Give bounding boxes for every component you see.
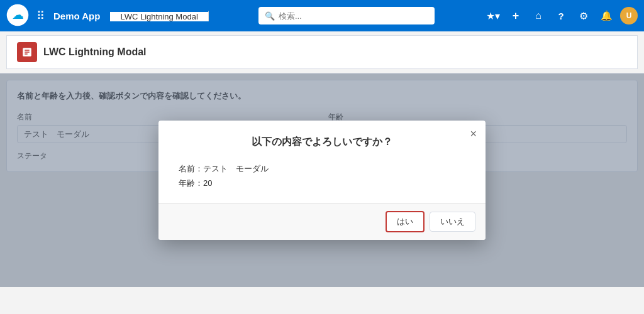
svg-rect-3 <box>25 50 30 51</box>
avatar[interactable]: U <box>620 7 638 24</box>
modal-close-button[interactable]: × <box>470 128 477 139</box>
app-name: Demo App <box>53 11 100 21</box>
svg-text:☁: ☁ <box>12 8 24 21</box>
gear-icon[interactable]: ⚙ <box>575 7 592 24</box>
modal-title: 以下の内容でよろしいですか？ <box>252 136 392 147</box>
search-area: 🔍 <box>216 7 477 24</box>
modal-header: 以下の内容でよろしいですか？ <box>158 121 486 156</box>
confirm-modal: × 以下の内容でよろしいですか？ 名前：テスト モーダル 年齢：20 はい いい… <box>158 121 486 241</box>
topbar-tab: LWC Lightning Modal <box>110 6 208 26</box>
no-button[interactable]: いいえ <box>430 212 475 232</box>
modal-body: 名前：テスト モーダル 年齢：20 <box>158 156 486 203</box>
page-header-bar: LWC Lightning Modal <box>0 35 644 73</box>
modal-age-line: 年齢：20 <box>179 176 465 190</box>
topbar-actions: ★▾ + ⌂ ? ⚙ 🔔 U <box>484 7 638 24</box>
page-title: LWC Lightning Modal <box>43 46 147 58</box>
main-content: 名前と年齢を入力後、確認ボタンで内容を確認してください。 名前 年齢 ステータ … <box>0 73 644 287</box>
bell-icon[interactable]: 🔔 <box>597 7 615 24</box>
svg-rect-5 <box>25 53 28 55</box>
search-box[interactable]: 🔍 <box>258 7 435 24</box>
topbar: ☁ ⠿ Demo App LWC Lightning Modal 🔍 ★▾ + … <box>0 0 644 31</box>
search-input[interactable] <box>279 11 428 21</box>
yes-button[interactable]: はい <box>386 211 425 232</box>
modal-overlay: × 以下の内容でよろしいですか？ 名前：テスト モーダル 年齢：20 はい いい… <box>0 73 644 287</box>
salesforce-logo[interactable]: ☁ <box>6 4 29 28</box>
help-icon[interactable]: ? <box>552 7 570 24</box>
close-icon: × <box>470 127 477 140</box>
modal-footer: はい いいえ <box>158 203 486 240</box>
search-icon: 🔍 <box>265 11 275 21</box>
home-icon[interactable]: ⌂ <box>530 7 547 24</box>
page-header: LWC Lightning Modal <box>6 35 638 69</box>
grid-icon[interactable]: ⠿ <box>36 9 45 23</box>
svg-rect-4 <box>25 51 30 53</box>
modal-name-line: 名前：テスト モーダル <box>179 161 465 176</box>
plus-icon[interactable]: + <box>507 7 525 24</box>
tab-lwc-lightning-modal[interactable]: LWC Lightning Modal <box>110 11 208 21</box>
page-header-icon <box>17 42 37 62</box>
favorites-icon[interactable]: ★▾ <box>484 7 502 24</box>
